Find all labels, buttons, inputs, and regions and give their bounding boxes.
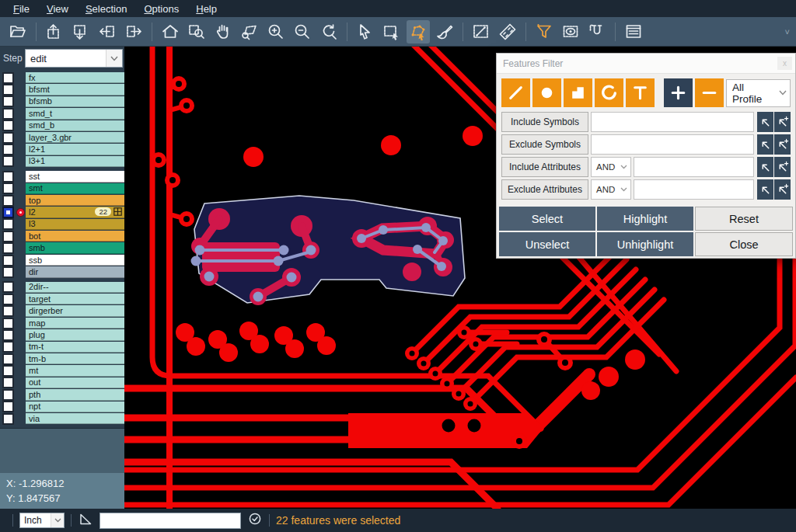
layer-name[interactable]: via bbox=[26, 413, 124, 424]
layer-visibility-checkbox[interactable] bbox=[0, 108, 16, 119]
next-step-icon[interactable] bbox=[122, 20, 145, 43]
layer-visibility-checkbox[interactable] bbox=[0, 96, 16, 107]
layer-row-mt[interactable]: mt bbox=[0, 365, 124, 376]
menu-file[interactable]: File bbox=[5, 3, 38, 15]
layer-visibility-checkbox[interactable] bbox=[0, 305, 16, 316]
layer-row-dirgerber[interactable]: dirgerber bbox=[0, 305, 124, 316]
select-polygon-icon[interactable] bbox=[407, 20, 430, 43]
layer-name[interactable]: bot bbox=[26, 231, 124, 242]
layer-name[interactable]: smt bbox=[26, 183, 124, 194]
layer-visibility-checkbox[interactable] bbox=[0, 318, 16, 329]
include-symbols-pick-add-icon[interactable] bbox=[774, 112, 791, 132]
measure-icon[interactable] bbox=[470, 20, 493, 43]
remove-filter-button[interactable] bbox=[695, 78, 724, 107]
layer-visibility-checkbox[interactable] bbox=[0, 353, 16, 364]
layer-name[interactable]: mt bbox=[26, 365, 124, 376]
zoom-polygon-icon[interactable] bbox=[238, 20, 261, 43]
layer-name[interactable]: pth bbox=[26, 389, 124, 400]
include-attributes-input[interactable] bbox=[634, 157, 754, 177]
import-step-down-icon[interactable] bbox=[69, 20, 93, 43]
layer-name[interactable]: dir bbox=[26, 266, 124, 277]
layer-row-top[interactable]: top bbox=[0, 195, 124, 206]
exclude-symbols-input[interactable] bbox=[591, 134, 754, 155]
layer-visibility-checkbox[interactable] bbox=[0, 377, 16, 388]
layer-row-l3+1[interactable]: l3+1 bbox=[0, 156, 124, 167]
layer-name[interactable]: top bbox=[26, 195, 124, 206]
text-filter-button[interactable] bbox=[626, 78, 655, 107]
layer-name[interactable]: l2+1 bbox=[26, 144, 124, 155]
highlight-button[interactable]: Highlight bbox=[597, 207, 693, 231]
layer-name[interactable]: smb bbox=[26, 242, 124, 253]
exclude-symbols-pick-icon[interactable] bbox=[757, 134, 773, 155]
layer-visibility-checkbox[interactable] bbox=[0, 231, 16, 242]
layer-row-tm-b[interactable]: tm-b bbox=[0, 353, 124, 364]
layer-name[interactable]: bfsmb bbox=[26, 96, 124, 107]
exclude-attributes-pick-icon[interactable] bbox=[757, 179, 773, 200]
angle-measure-icon[interactable] bbox=[78, 511, 93, 530]
layer-row-map[interactable]: map bbox=[0, 318, 124, 329]
layer-row-layer_3.gbr[interactable]: layer_3.gbr bbox=[0, 132, 124, 143]
zoom-in-icon[interactable] bbox=[264, 20, 288, 43]
pan-icon[interactable] bbox=[211, 20, 235, 43]
ruler-icon[interactable] bbox=[496, 20, 519, 43]
zoom-area-icon[interactable] bbox=[185, 20, 208, 43]
include-attributes-logic-dropdown[interactable]: AND bbox=[591, 157, 631, 177]
exclude-attributes-button[interactable]: Exclude Attributes bbox=[501, 179, 588, 200]
layer-visibility-checkbox[interactable] bbox=[0, 294, 16, 304]
layer-name[interactable]: tm-t bbox=[26, 342, 124, 353]
layer-row-npt[interactable]: npt bbox=[0, 402, 124, 412]
menu-help[interactable]: Help bbox=[187, 3, 225, 15]
layer-name[interactable]: l222 bbox=[26, 207, 124, 217]
layer-row-pth[interactable]: pth bbox=[0, 389, 124, 400]
layer-name[interactable]: bfsmt bbox=[26, 84, 124, 95]
layer-visibility-checkbox[interactable] bbox=[0, 389, 16, 400]
layer-visibility-checkbox[interactable] bbox=[0, 132, 16, 143]
layer-row-smd_t[interactable]: smd_t bbox=[0, 108, 124, 119]
layer-visibility-checkbox[interactable] bbox=[0, 242, 16, 253]
step-dropdown[interactable]: edit bbox=[25, 49, 123, 68]
pad-filter-button[interactable] bbox=[532, 78, 561, 107]
layer-row-fx[interactable]: fx bbox=[0, 72, 124, 83]
layer-row-bfsmb[interactable]: bfsmb bbox=[0, 96, 124, 107]
line-filter-button[interactable] bbox=[501, 78, 530, 107]
layer-visibility-checkbox[interactable] bbox=[0, 255, 16, 266]
close-button[interactable]: Close bbox=[695, 232, 793, 256]
export-step-up-icon[interactable] bbox=[43, 20, 66, 43]
surface-filter-button[interactable] bbox=[564, 78, 592, 107]
layer-name[interactable]: sst bbox=[26, 171, 124, 182]
layer-row-plug[interactable]: plug bbox=[0, 329, 124, 340]
layer-visibility-checkbox[interactable] bbox=[0, 183, 16, 194]
layer-name[interactable]: 2dir-- bbox=[26, 282, 124, 293]
menu-options[interactable]: Options bbox=[135, 3, 187, 15]
layer-visibility-checkbox[interactable] bbox=[0, 219, 16, 230]
layer-visibility-checkbox[interactable] bbox=[0, 120, 16, 131]
layer-visibility-checkbox[interactable] bbox=[0, 171, 16, 182]
layer-name[interactable]: smd_b bbox=[26, 120, 124, 131]
layer-row-ssb[interactable]: ssb bbox=[0, 255, 124, 266]
unhighlight-button[interactable]: Unhighlight bbox=[597, 232, 693, 256]
layer-name[interactable]: fx bbox=[26, 72, 124, 83]
layer-name[interactable]: l3+1 bbox=[26, 156, 124, 167]
profile-dropdown[interactable]: All Profile bbox=[726, 79, 791, 107]
layer-row-smd_b[interactable]: smd_b bbox=[0, 120, 124, 131]
layer-name[interactable]: tm-b bbox=[26, 353, 124, 364]
layer-visibility-checkbox[interactable] bbox=[0, 413, 16, 424]
layer-row-l2[interactable]: l222 bbox=[0, 207, 124, 217]
exclude-attributes-input[interactable] bbox=[634, 179, 754, 200]
select-button[interactable]: Select bbox=[499, 207, 595, 231]
view-options-icon[interactable] bbox=[559, 20, 582, 43]
layer-row-l3[interactable]: l3 bbox=[0, 219, 124, 230]
reset-button[interactable]: Reset bbox=[695, 207, 793, 231]
layer-name[interactable]: dirgerber bbox=[26, 305, 124, 316]
prev-step-icon[interactable] bbox=[96, 20, 119, 43]
layer-visibility-checkbox[interactable] bbox=[0, 156, 16, 167]
features-filter-icon[interactable] bbox=[532, 20, 556, 43]
layer-row-tm-t[interactable]: tm-t bbox=[0, 342, 124, 353]
layer-row-bot[interactable]: bot bbox=[0, 231, 124, 242]
layer-name[interactable]: ssb bbox=[26, 255, 124, 266]
include-attributes-button[interactable]: Include Attributes bbox=[501, 157, 588, 177]
layer-row-sst[interactable]: sst bbox=[0, 171, 124, 182]
layer-visibility-checkbox[interactable] bbox=[0, 207, 16, 217]
include-attributes-pick-add-icon[interactable] bbox=[774, 157, 791, 177]
layer-name[interactable]: layer_3.gbr bbox=[26, 132, 124, 143]
